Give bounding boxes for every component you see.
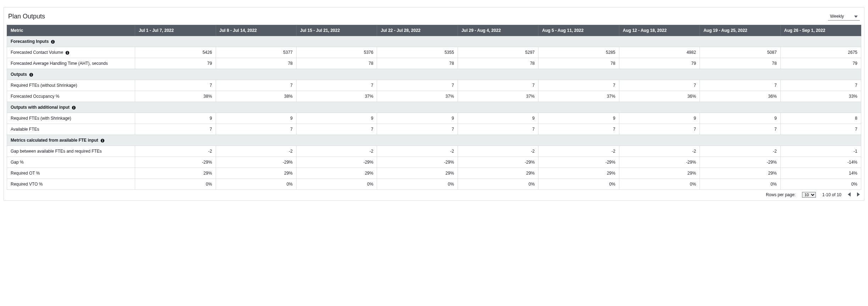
section-label: Metrics calculated from available FTE in… bbox=[7, 135, 861, 146]
metric-value: 29% bbox=[700, 168, 780, 179]
metric-value: 78 bbox=[458, 58, 538, 69]
info-icon[interactable] bbox=[65, 51, 70, 55]
metric-value: 8 bbox=[780, 113, 861, 124]
metric-value: 37% bbox=[297, 91, 377, 102]
metric-value: 78 bbox=[377, 58, 458, 69]
metric-value: 9 bbox=[538, 113, 619, 124]
metric-value: -14% bbox=[780, 157, 861, 168]
pager-prev-button[interactable] bbox=[848, 192, 851, 198]
col-metric: Metric bbox=[7, 25, 135, 36]
section-row: Metrics calculated from available FTE in… bbox=[7, 135, 861, 146]
metric-label: Forecasted Occupancy % bbox=[7, 91, 135, 102]
metric-label: Forecasted Average Handling Time (AHT), … bbox=[7, 58, 135, 69]
metric-value: 37% bbox=[377, 91, 458, 102]
table-row: Forecasted Contact Volume542653775376535… bbox=[7, 47, 861, 58]
svg-rect-2 bbox=[53, 40, 54, 41]
col-period: Aug 5 - Aug 11, 2022 bbox=[538, 25, 619, 36]
col-period: Jul 29 - Aug 4, 2022 bbox=[458, 25, 538, 36]
metric-value: 36% bbox=[619, 91, 700, 102]
metric-value: 9 bbox=[619, 113, 700, 124]
metric-label: Required FTEs (with Shrinkage) bbox=[7, 113, 135, 124]
metric-value: -29% bbox=[297, 157, 377, 168]
metric-value: 78 bbox=[297, 58, 377, 69]
metric-value: 7 bbox=[216, 80, 296, 91]
info-icon[interactable] bbox=[100, 138, 105, 143]
col-period: Jul 8 - Jul 14, 2022 bbox=[216, 25, 296, 36]
metric-value: 78 bbox=[538, 58, 619, 69]
metric-value: 36% bbox=[700, 91, 780, 102]
metric-value: 7 bbox=[135, 80, 216, 91]
metric-value: 7 bbox=[700, 124, 780, 135]
info-icon[interactable] bbox=[72, 106, 76, 110]
metric-value: -2 bbox=[135, 146, 216, 157]
info-icon[interactable] bbox=[29, 73, 33, 77]
col-period: Aug 12 - Aug 18, 2022 bbox=[619, 25, 700, 36]
metric-value: 7 bbox=[297, 124, 377, 135]
metric-value: 7 bbox=[780, 124, 861, 135]
panel-header: Plan Outputs Weekly bbox=[7, 11, 861, 25]
metric-value: 9 bbox=[377, 113, 458, 124]
metric-value: 7 bbox=[780, 80, 861, 91]
metric-value: 9 bbox=[135, 113, 216, 124]
svg-rect-1 bbox=[53, 41, 54, 43]
metric-value: -1 bbox=[780, 146, 861, 157]
metric-label: Required OT % bbox=[7, 168, 135, 179]
svg-rect-13 bbox=[102, 140, 103, 142]
metric-value: 29% bbox=[216, 168, 296, 179]
metric-value: 5285 bbox=[538, 47, 619, 58]
metric-value: -29% bbox=[619, 157, 700, 168]
table-row: Required FTEs (with Shrinkage)999999998 bbox=[7, 113, 861, 124]
svg-rect-8 bbox=[31, 73, 32, 74]
metric-value: 29% bbox=[619, 168, 700, 179]
metric-value: 0% bbox=[780, 179, 861, 190]
table-row: Forecasted Occupancy %38%38%37%37%37%37%… bbox=[7, 91, 861, 102]
metric-label: Required VTO % bbox=[7, 179, 135, 190]
metric-label: Gap between available FTEs and required … bbox=[7, 146, 135, 157]
metric-value: 0% bbox=[216, 179, 296, 190]
svg-rect-10 bbox=[73, 107, 74, 109]
section-label: Outputs with additional input bbox=[7, 102, 861, 113]
metric-value: 7 bbox=[135, 124, 216, 135]
col-period: Jul 1 - Jul 7, 2022 bbox=[135, 25, 216, 36]
metric-value: -2 bbox=[538, 146, 619, 157]
svg-rect-14 bbox=[102, 139, 103, 140]
metric-value: 9 bbox=[700, 113, 780, 124]
table-header-row: MetricJul 1 - Jul 7, 2022Jul 8 - Jul 14,… bbox=[7, 25, 861, 36]
metric-value: 0% bbox=[458, 179, 538, 190]
metric-value: -29% bbox=[135, 157, 216, 168]
metric-value: 29% bbox=[377, 168, 458, 179]
rows-per-page-select[interactable]: 10 bbox=[802, 192, 816, 198]
metric-value: 7 bbox=[538, 124, 619, 135]
metric-value: 29% bbox=[297, 168, 377, 179]
chevron-down-icon bbox=[854, 14, 858, 19]
plan-outputs-panel: Plan Outputs Weekly MetricJul 1 - Jul 7,… bbox=[4, 7, 864, 201]
metric-value: 0% bbox=[700, 179, 780, 190]
metric-value: 7 bbox=[458, 124, 538, 135]
period-dropdown[interactable]: Weekly bbox=[828, 12, 860, 21]
metric-value: 79 bbox=[135, 58, 216, 69]
info-icon[interactable] bbox=[51, 40, 55, 44]
pager-range: 1-10 of 10 bbox=[822, 192, 841, 197]
metric-label: Required FTEs (without Shrinkage) bbox=[7, 80, 135, 91]
metric-value: 38% bbox=[135, 91, 216, 102]
metric-value: 29% bbox=[538, 168, 619, 179]
metric-value: 0% bbox=[538, 179, 619, 190]
metric-value: -2 bbox=[619, 146, 700, 157]
metric-label: Gap % bbox=[7, 157, 135, 168]
metric-value: -29% bbox=[700, 157, 780, 168]
plan-outputs-table: MetricJul 1 - Jul 7, 2022Jul 8 - Jul 14,… bbox=[7, 25, 861, 190]
metric-value: 7 bbox=[216, 124, 296, 135]
metric-value: 29% bbox=[135, 168, 216, 179]
metric-value: 79 bbox=[619, 58, 700, 69]
table-row: Required OT %29%29%29%29%29%29%29%29%14% bbox=[7, 168, 861, 179]
metric-value: 7 bbox=[377, 124, 458, 135]
svg-rect-5 bbox=[67, 51, 68, 52]
table-row: Gap between available FTEs and required … bbox=[7, 146, 861, 157]
metric-value: -2 bbox=[297, 146, 377, 157]
col-period: Aug 19 - Aug 25, 2022 bbox=[700, 25, 780, 36]
section-label: Outputs bbox=[7, 69, 861, 80]
pager-next-button[interactable] bbox=[857, 192, 860, 198]
metric-value: 37% bbox=[538, 91, 619, 102]
metric-value: 14% bbox=[780, 168, 861, 179]
table-row: Required VTO %0%0%0%0%0%0%0%0%0% bbox=[7, 179, 861, 190]
